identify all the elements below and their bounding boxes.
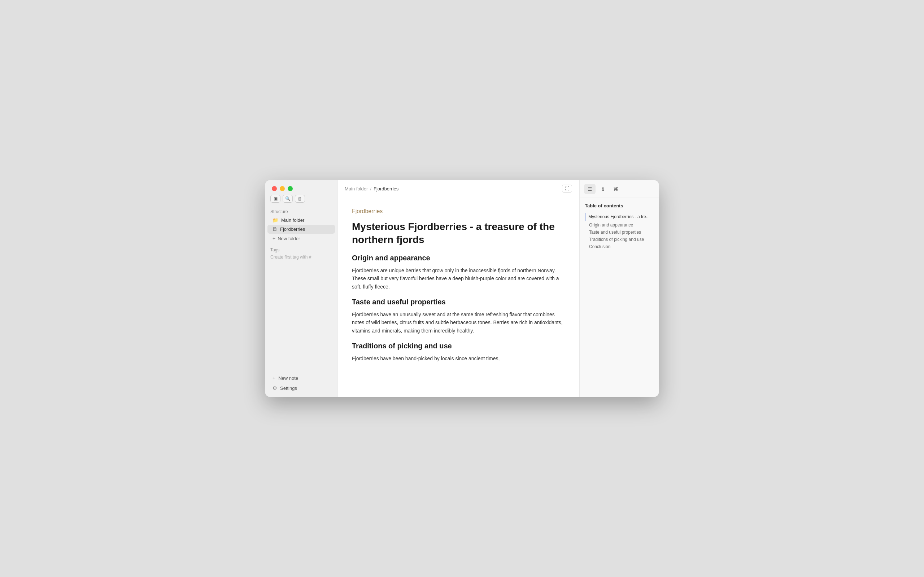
structure-label: Structure	[265, 206, 337, 216]
sidebar-item-main-folder[interactable]: 📁 Main folder	[267, 216, 335, 225]
toc-button[interactable]: ☰	[584, 184, 596, 194]
command-icon: ⌘	[613, 186, 618, 192]
document-icon: 🖹	[273, 226, 277, 232]
new-folder-button[interactable]: + New folder	[267, 234, 335, 243]
toc-sub-item-0[interactable]: Origin and appearance	[585, 221, 654, 229]
settings-label: Settings	[280, 385, 297, 391]
traffic-lights	[272, 186, 293, 191]
note-area[interactable]: Fjordberries Mysterious Fjordberries - a…	[338, 197, 579, 397]
new-note-label: New note	[278, 376, 298, 381]
expand-icon: ⛶	[565, 186, 569, 191]
note-title: Mysterious Fjordberries - a treasure of …	[352, 220, 565, 247]
fjordberries-label: Fjordberries	[280, 226, 305, 232]
maximize-button[interactable]	[288, 186, 293, 191]
toc-title: Table of contents	[585, 203, 654, 208]
note-section-heading-1: Taste and useful properties	[352, 298, 565, 306]
plus-circle-icon: +	[273, 375, 275, 381]
sidebar: ▣ 🔍 🗑 Structure 📁 Main folder 🖹 Fjordber…	[265, 180, 338, 397]
command-button[interactable]: ⌘	[610, 184, 622, 194]
list-icon: ☰	[588, 186, 592, 192]
search-button[interactable]: 🔍	[283, 195, 293, 203]
info-button[interactable]: ℹ	[597, 184, 609, 194]
trash-icon: 🗑	[298, 196, 302, 201]
note-section-body-2: Fjordberries have been hand-picked by lo…	[352, 355, 565, 363]
desktop: ▣ 🔍 🗑 Structure 📁 Main folder 🖹 Fjordber…	[0, 0, 924, 577]
main-content: Main folder / Fjordberries ⛶ Fjordberrie…	[338, 180, 579, 397]
sidebar-item-fjordberries[interactable]: 🖹 Fjordberries	[267, 225, 335, 234]
tags-hint: Create first tag with #	[265, 254, 337, 260]
breadcrumb-current: Fjordberries	[373, 186, 399, 192]
note-section-heading-0: Origin and appearance	[352, 254, 565, 262]
expand-button[interactable]: ⛶	[562, 185, 572, 193]
main-folder-label: Main folder	[281, 218, 304, 223]
minimize-button[interactable]	[280, 186, 285, 191]
trash-button[interactable]: 🗑	[295, 195, 305, 203]
toc-section: Table of contents Mysterious Fjordberrie…	[580, 198, 659, 255]
breadcrumb: Main folder / Fjordberries	[345, 186, 399, 192]
folder-open-icon: 📁	[273, 218, 278, 223]
folder-icon: ▣	[274, 196, 278, 201]
note-section-heading-2: Traditions of picking and use	[352, 342, 565, 350]
sidebar-bottom: + New note ⚙ Settings	[265, 369, 337, 397]
plus-icon: +	[273, 235, 275, 241]
new-folder-label: New folder	[278, 236, 300, 241]
toc-sub-item-1[interactable]: Taste and useful properties	[585, 229, 654, 236]
breadcrumb-separator: /	[370, 186, 372, 192]
gear-icon: ⚙	[273, 385, 277, 391]
note-notebook-label: Fjordberries	[352, 208, 565, 214]
right-panel: ☰ ℹ ⌘ Table of contents Mysterious Fjord…	[579, 180, 659, 397]
note-section-body-1: Fjordberries have an unusually sweet and…	[352, 311, 565, 335]
settings-button[interactable]: ⚙ Settings	[267, 383, 335, 393]
main-header: Main folder / Fjordberries ⛶	[338, 180, 579, 197]
folder-icon-button[interactable]: ▣	[270, 195, 281, 203]
toc-sub-item-3[interactable]: Conclusion	[585, 243, 654, 250]
close-button[interactable]	[272, 186, 277, 191]
app-window: ▣ 🔍 🗑 Structure 📁 Main folder 🖹 Fjordber…	[265, 180, 659, 397]
info-icon: ℹ	[602, 186, 604, 192]
right-panel-toolbar: ☰ ℹ ⌘	[580, 180, 659, 198]
note-section-body-0: Fjordberries are unique berries that gro…	[352, 266, 565, 291]
new-note-button[interactable]: + New note	[267, 373, 335, 383]
search-icon: 🔍	[285, 196, 291, 201]
breadcrumb-folder: Main folder	[345, 186, 368, 192]
toc-main-item[interactable]: Mysterious Fjordberries - a tre...	[585, 213, 654, 221]
tags-label: Tags	[265, 243, 337, 254]
toc-sub-item-2[interactable]: Traditions of picking and use	[585, 236, 654, 243]
